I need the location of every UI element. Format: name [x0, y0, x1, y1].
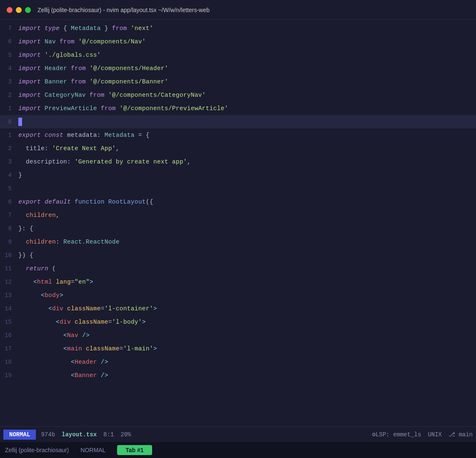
syntax-token: , [116, 145, 120, 152]
syntax-token [75, 38, 78, 45]
syntax-token [18, 319, 56, 325]
maximize-button[interactable] [25, 7, 31, 13]
line-number: 8 [3, 118, 18, 125]
syntax-token [18, 239, 26, 245]
syntax-token: Nav [67, 332, 78, 339]
code-line: 2 title: 'Create Next App', [0, 142, 476, 155]
syntax-token: children [26, 239, 56, 245]
code-line: 1export const metadata: Metadata = { [0, 128, 476, 142]
syntax-token: import [18, 65, 45, 72]
syntax-token: import [18, 78, 45, 85]
line-content: export default function RootLayout({ [18, 199, 153, 205]
syntax-token: Metadata [71, 25, 101, 32]
tab-bar: Zellij (polite-brachiosaur) NORMAL Tab #… [0, 442, 476, 458]
syntax-token: '@/components/CategoryNav' [108, 92, 206, 98]
syntax-token: < [71, 359, 75, 365]
code-line: 14 <div className='l-container'> [0, 302, 476, 315]
syntax-token: CategoryNav [45, 92, 86, 98]
syntax-token: className [75, 319, 108, 325]
syntax-token: './globals.css' [45, 52, 101, 58]
syntax-token [78, 332, 82, 339]
syntax-token [18, 305, 48, 312]
syntax-token [18, 372, 71, 379]
syntax-token: /> [82, 332, 90, 339]
line-number: 7 [3, 25, 18, 32]
line-content: <main className='l-main'> [18, 345, 157, 352]
syntax-token: < [41, 292, 45, 299]
syntax-token: export [18, 132, 45, 138]
window-title: Zellij (polite-brachiosaur) - nvim app/l… [38, 7, 210, 13]
syntax-token: { [60, 25, 71, 32]
close-button[interactable] [7, 7, 13, 13]
syntax-token: 'l-container' [105, 305, 153, 312]
line-number: 1 [3, 132, 18, 138]
syntax-token: < [63, 332, 67, 339]
line-number: 11 [3, 265, 18, 272]
syntax-token: 'l-main' [123, 345, 153, 352]
syntax-token: = [71, 279, 75, 285]
syntax-token: < [71, 372, 75, 379]
line-number: 7 [3, 212, 18, 219]
code-line: 12 <html lang="en"> [0, 275, 476, 289]
syntax-token: React.ReactNode [63, 239, 120, 245]
status-bar: NORMAL 974b layout.tsx 8:1 20% ⚙LSP: emm… [0, 426, 476, 442]
syntax-token [86, 92, 90, 98]
line-content: }) { [18, 252, 33, 259]
cursor-block [18, 118, 22, 126]
line-content: import PreviewArticle from '@/components… [18, 105, 228, 112]
syntax-token: function [75, 199, 108, 205]
line-content: <div className='l-container'> [18, 305, 157, 312]
syntax-token: = [101, 305, 105, 312]
syntax-token: > [142, 319, 146, 325]
syntax-token: 'Generated by create next app' [75, 159, 187, 165]
syntax-token [97, 359, 101, 365]
syntax-token: import [18, 52, 45, 58]
title-bar: Zellij (polite-brachiosaur) - nvim app/l… [0, 0, 476, 20]
syntax-token: 'Create Next App' [52, 145, 116, 152]
code-line: 7 children, [0, 209, 476, 222]
git-branch: ⎇ main [448, 431, 473, 438]
syntax-token: className [67, 305, 101, 312]
code-line: 5import './globals.css' [0, 48, 476, 62]
minimize-button[interactable] [16, 7, 22, 13]
line-content: <html lang="en"> [18, 279, 93, 285]
syntax-token: from [112, 25, 127, 32]
syntax-token: > [153, 305, 157, 312]
line-content: children, [18, 212, 60, 219]
code-line: 3 description: 'Generated by create next… [0, 155, 476, 169]
line-ending: UNIX [428, 431, 442, 438]
traffic-lights [7, 7, 31, 13]
code-line: 1import PreviewArticle from '@/component… [0, 102, 476, 115]
syntax-token [18, 279, 33, 285]
tab-1[interactable]: Tab #1 [117, 445, 152, 455]
line-content: description: 'Generated by create next a… [18, 159, 191, 165]
code-line: 8}: { [0, 222, 476, 235]
syntax-token: PreviewArticle [45, 105, 97, 112]
syntax-token: = [120, 345, 123, 352]
syntax-token [18, 212, 26, 219]
syntax-token: } [18, 172, 22, 179]
syntax-token: RootLayout [108, 199, 146, 205]
line-number: 3 [3, 159, 18, 165]
syntax-token: /> [101, 372, 108, 379]
syntax-token: title: [18, 145, 52, 152]
line-number: 10 [3, 252, 18, 259]
code-line: 17 <main className='l-main'> [0, 342, 476, 355]
syntax-token: from [60, 38, 75, 45]
vim-mode: NORMAL [3, 430, 36, 440]
code-area[interactable]: 7import type { Metadata } from 'next'6im… [0, 20, 476, 384]
syntax-token [97, 105, 101, 112]
syntax-token: Banner [75, 372, 97, 379]
syntax-token [63, 305, 67, 312]
syntax-token: 'l-body' [112, 319, 142, 325]
line-content: <Nav /> [18, 332, 90, 339]
line-content: title: 'Create Next App', [18, 145, 120, 152]
code-line: 6import Nav from '@/components/Nav' [0, 35, 476, 48]
code-line: 10}) { [0, 249, 476, 262]
syntax-token [116, 105, 120, 112]
line-number: 16 [3, 332, 18, 339]
code-line: 9 children: React.ReactNode [0, 235, 476, 249]
syntax-token: Header [75, 359, 97, 365]
line-number: 2 [3, 145, 18, 152]
line-content: import CategoryNav from '@/components/Ca… [18, 92, 206, 98]
